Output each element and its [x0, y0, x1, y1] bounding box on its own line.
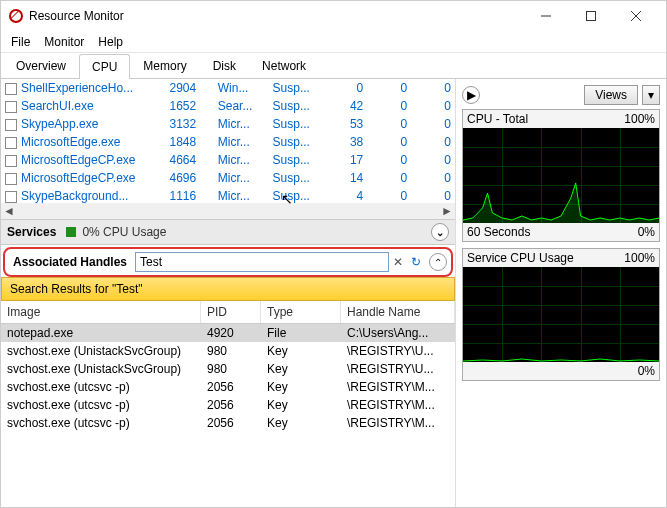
checkbox-icon[interactable]: [5, 191, 17, 203]
menu-help[interactable]: Help: [98, 35, 123, 49]
menu-monitor[interactable]: Monitor: [44, 35, 84, 49]
checkbox-icon[interactable]: [5, 83, 17, 95]
checkbox-icon[interactable]: [5, 137, 17, 149]
cpu-usage-badge-icon: [66, 227, 76, 237]
col-pid[interactable]: PID: [201, 301, 261, 323]
svg-rect-1: [586, 12, 595, 21]
chart1-footL: 60 Seconds: [467, 225, 530, 239]
chart1-footR: 0%: [638, 225, 655, 239]
col-handle[interactable]: Handle Name: [341, 301, 455, 323]
views-button[interactable]: Views: [584, 85, 638, 105]
assoc-title: Associated Handles: [9, 255, 135, 269]
chart2-footR: 0%: [638, 364, 655, 378]
chart2-title: Service CPU Usage: [467, 251, 574, 265]
checkbox-icon[interactable]: [5, 101, 17, 113]
chart-nav-button[interactable]: ▶: [462, 86, 480, 104]
clear-search-icon[interactable]: ✕: [389, 255, 407, 269]
chart1-title: CPU - Total: [467, 112, 528, 126]
horizontal-scrollbar[interactable]: ◄ ►: [1, 203, 455, 219]
titlebar: Resource Monitor: [1, 1, 666, 31]
result-row[interactable]: svchost.exe (utcsvc -p)2056Key\REGISTRY\…: [1, 414, 455, 432]
tab-cpu[interactable]: CPU: [79, 54, 130, 79]
views-dropdown-icon[interactable]: ▾: [642, 85, 660, 105]
tab-memory[interactable]: Memory: [130, 53, 199, 78]
checkbox-icon[interactable]: [5, 173, 17, 185]
results-header[interactable]: Image PID Type Handle Name: [1, 301, 455, 324]
menu-file[interactable]: File: [11, 35, 30, 49]
chart2-max: 100%: [624, 251, 655, 265]
maximize-button[interactable]: [568, 1, 613, 31]
minimize-button[interactable]: [523, 1, 568, 31]
scroll-left-icon[interactable]: ◄: [1, 204, 17, 218]
service-cpu-chart: Service CPU Usage 100% 0%: [462, 248, 660, 381]
tab-network[interactable]: Network: [249, 53, 319, 78]
process-row[interactable]: SkypeApp.exe3132Micr...Susp...5300: [1, 115, 455, 133]
process-row[interactable]: MicrosoftEdgeCP.exe4664Micr...Susp...170…: [1, 151, 455, 169]
tab-disk[interactable]: Disk: [200, 53, 249, 78]
chart1-max: 100%: [624, 112, 655, 126]
app-icon: [9, 9, 23, 23]
col-type[interactable]: Type: [261, 301, 341, 323]
results-list[interactable]: notepad.exe4920FileC:\Users\Ang...svchos…: [1, 324, 455, 507]
tabs: Overview CPU Memory Disk Network: [1, 53, 666, 79]
handle-search-input[interactable]: [135, 252, 389, 272]
menubar: File Monitor Help: [1, 31, 666, 53]
services-usage: 0% CPU Usage: [82, 225, 166, 239]
process-row[interactable]: MicrosoftEdge.exe1848Micr...Susp...3800: [1, 133, 455, 151]
process-row[interactable]: MicrosoftEdgeCP.exe4696Micr...Susp...140…: [1, 169, 455, 187]
charts-panel: ▶ Views ▾ CPU - Total 100% 60 Seconds 0%: [456, 79, 666, 507]
result-row[interactable]: svchost.exe (UnistackSvcGroup)980Key\REG…: [1, 342, 455, 360]
process-list[interactable]: ShellExperienceHo...2904Win...Susp...000…: [1, 79, 455, 219]
result-row[interactable]: svchost.exe (utcsvc -p)2056Key\REGISTRY\…: [1, 378, 455, 396]
process-row[interactable]: SearchUI.exe1652Sear...Susp...4200: [1, 97, 455, 115]
services-header[interactable]: Services 0% CPU Usage ⌄: [1, 219, 455, 245]
process-row[interactable]: ShellExperienceHo...2904Win...Susp...000: [1, 79, 455, 97]
search-results-label: Search Results for "Test": [1, 277, 455, 301]
result-row[interactable]: svchost.exe (UnistackSvcGroup)980Key\REG…: [1, 360, 455, 378]
scroll-right-icon[interactable]: ►: [439, 204, 455, 218]
associated-handles-header: Associated Handles ✕ ↻ ⌃: [3, 247, 453, 277]
checkbox-icon[interactable]: [5, 155, 17, 167]
result-row[interactable]: notepad.exe4920FileC:\Users\Ang...: [1, 324, 455, 342]
expand-services-button[interactable]: ⌄: [431, 223, 449, 241]
tab-overview[interactable]: Overview: [3, 53, 79, 78]
close-button[interactable]: [613, 1, 658, 31]
collapse-handles-button[interactable]: ⌃: [429, 253, 447, 271]
result-row[interactable]: svchost.exe (utcsvc -p)2056Key\REGISTRY\…: [1, 396, 455, 414]
checkbox-icon[interactable]: [5, 119, 17, 131]
refresh-search-icon[interactable]: ↻: [407, 255, 425, 269]
col-image[interactable]: Image: [1, 301, 201, 323]
services-title: Services: [7, 225, 56, 239]
cpu-total-chart: CPU - Total 100% 60 Seconds 0%: [462, 109, 660, 242]
window-title: Resource Monitor: [29, 9, 124, 23]
